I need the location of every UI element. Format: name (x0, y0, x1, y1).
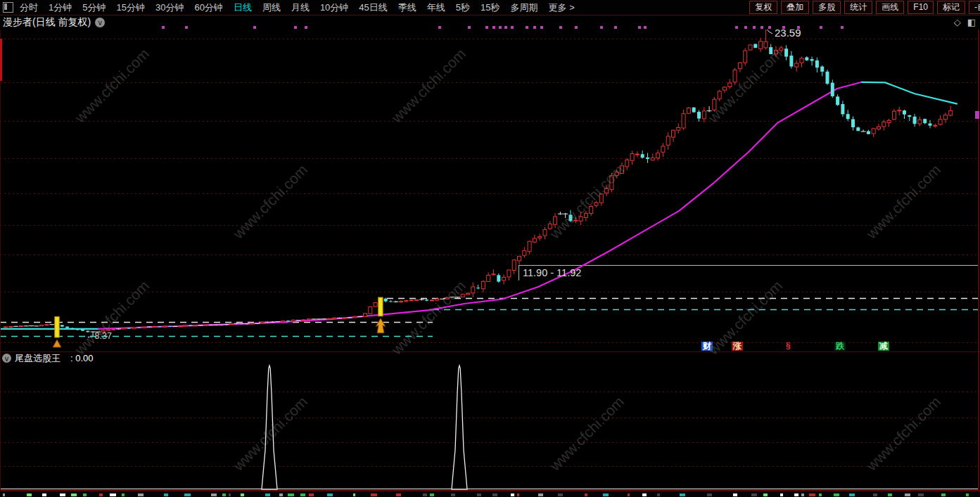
clipped-status-row (0, 492, 980, 497)
clipped-text-fragment (184, 493, 191, 496)
clipped-text-fragment (99, 493, 103, 496)
signal-dot (782, 26, 785, 29)
clipped-text-fragment (138, 493, 144, 496)
clipped-text-fragment (3, 493, 5, 496)
clipped-text-fragment (888, 493, 892, 496)
period-tab-15[interactable]: 多周期 (511, 1, 538, 14)
stock-app-window: 分时1分钟5分钟15分钟30分钟60分钟日线周线月线10分钟45日线季线年线5秒… (0, 0, 980, 497)
clipped-text-fragment (451, 493, 455, 496)
clipped-text-fragment (707, 493, 712, 496)
quick-tag-1[interactable]: 涨 (732, 342, 743, 351)
clipped-text-fragment (801, 493, 804, 496)
clipped-text-fragment (492, 493, 497, 496)
signal-dot (841, 26, 844, 29)
toolbar-button-3[interactable]: 统计 (844, 1, 872, 14)
period-tab-1[interactable]: 1分钟 (49, 1, 72, 14)
period-tab-3[interactable]: 15分钟 (116, 1, 144, 14)
range-price-label: 11.90 - 11.92 (523, 267, 581, 278)
signal-dot (294, 26, 297, 29)
candlestick-chart[interactable]: 23.59←8.3711.90 - 11.92 (0, 30, 980, 351)
period-tab-11[interactable]: 季线 (398, 1, 416, 14)
signal-candle (378, 297, 383, 316)
signal-dot (162, 26, 165, 29)
period-tab-5[interactable]: 60分钟 (194, 1, 222, 14)
clipped-text-fragment (751, 493, 757, 496)
clipped-text-fragment (680, 493, 685, 496)
signal-dot (468, 26, 471, 29)
clipped-text-fragment (849, 493, 855, 496)
diamond-icon[interactable]: ◇ (954, 17, 961, 27)
period-tab-16[interactable]: 更多 > (549, 1, 575, 14)
signal-candle (55, 316, 59, 337)
candles-layer (4, 30, 953, 337)
signal-dot (768, 26, 771, 29)
clipped-text-fragment (309, 493, 314, 496)
clipped-text-fragment (873, 493, 877, 496)
right-edge-marker (975, 111, 979, 119)
clipped-text-fragment (241, 493, 244, 496)
clipped-text-fragment (229, 493, 231, 496)
period-tab-14[interactable]: 15秒 (481, 1, 499, 14)
ma-line (862, 82, 957, 104)
period-tab-13[interactable]: 5秒 (456, 1, 470, 14)
clipped-text-fragment (834, 493, 839, 496)
toolbar-button-1[interactable]: 叠加 (781, 1, 809, 14)
clipped-text-fragment (628, 493, 630, 496)
quick-tag-3[interactable]: 跌 (834, 342, 846, 351)
main-chart-svg[interactable]: 23.59←8.3711.90 - 11.92 (0, 30, 980, 351)
chevron-down-icon[interactable]: ∨ (2, 354, 11, 363)
signal-spike (452, 366, 467, 489)
toolbar-button-7[interactable]: -自 (969, 1, 980, 14)
quick-tag-4[interactable]: 减 (878, 342, 889, 351)
signal-dot (540, 26, 543, 29)
clipped-text-fragment (300, 493, 305, 496)
signal-dot (753, 26, 756, 29)
period-tab-9[interactable]: 10分钟 (320, 1, 348, 14)
clipped-text-fragment (110, 493, 116, 496)
period-tab-10[interactable]: 45日线 (359, 1, 387, 14)
high-price-label: 23.59 (775, 30, 801, 39)
top-toolbar: 分时1分钟5分钟15分钟30分钟60分钟日线周线月线10分钟45日线季线年线5秒… (0, 0, 980, 15)
clipped-text-fragment (71, 493, 77, 496)
clipped-text-fragment (511, 493, 514, 496)
period-tab-6[interactable]: 日线 (234, 1, 252, 14)
quick-tag-2[interactable]: § (784, 342, 792, 351)
clipped-text-fragment (780, 493, 783, 496)
period-tab-0[interactable]: 分时 (20, 1, 38, 14)
signal-dot (526, 26, 528, 29)
period-tab-12[interactable]: 年线 (427, 1, 445, 14)
title-bar-icons: ◇ ◧ (954, 17, 976, 27)
signal-dot (305, 26, 307, 29)
chevron-down-icon[interactable]: ∨ (95, 18, 105, 27)
toolbar-button-5[interactable]: F10 (908, 1, 934, 14)
clipped-text-fragment (211, 493, 217, 496)
window-split-icon[interactable] (3, 2, 13, 13)
clipped-text-fragment (558, 493, 563, 496)
clipped-text-fragment (42, 493, 46, 496)
toolbar-button-6[interactable]: 标记 (937, 1, 965, 14)
toolbar-button-4[interactable]: 画线 (876, 1, 904, 14)
quick-tag-0[interactable]: 财 (701, 342, 713, 351)
period-tab-7[interactable]: 周线 (262, 1, 281, 14)
signal-dot (504, 26, 507, 29)
toolbar-button-2[interactable]: 多股 (813, 1, 841, 14)
indicator-value: : 0.00 (70, 353, 94, 363)
signal-dot (644, 26, 647, 29)
panel-layout-icon[interactable]: ◧ (967, 17, 976, 27)
period-tab-2[interactable]: 5分钟 (82, 1, 106, 14)
indicator-svg[interactable] (0, 363, 980, 490)
toolbar-button-0[interactable]: 复权 (749, 1, 777, 14)
gold-triangle-marker (53, 340, 61, 347)
signal-dot (438, 26, 441, 29)
period-tab-8[interactable]: 月线 (291, 1, 310, 14)
chart-title-bar: 漫步者(日线 前复权) ∨ ◇ ◧ (0, 15, 980, 30)
clipped-text-fragment (941, 493, 946, 496)
signal-dot (820, 26, 822, 29)
clipped-text-fragment (83, 493, 87, 496)
clipped-text-fragment (423, 493, 427, 496)
clipped-text-fragment (657, 493, 660, 496)
period-tab-4[interactable]: 30分钟 (155, 1, 184, 14)
indicator-panel[interactable] (0, 363, 980, 491)
clipped-text-fragment (763, 493, 768, 496)
signal-dot (735, 26, 738, 29)
